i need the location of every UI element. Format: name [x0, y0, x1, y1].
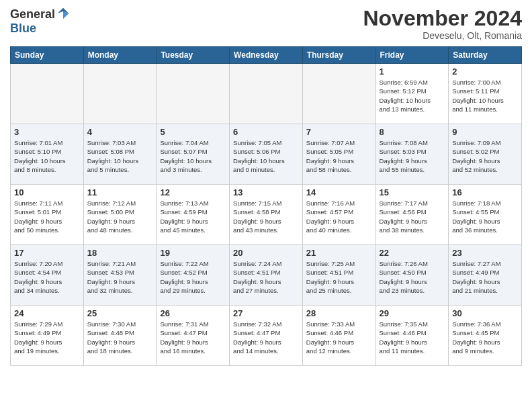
calendar-cell — [11, 64, 84, 124]
day-number: 17 — [14, 248, 80, 258]
day-info: Sunrise: 7:18 AM Sunset: 4:55 PM Dayligh… — [452, 199, 518, 234]
day-info: Sunrise: 7:05 AM Sunset: 5:06 PM Dayligh… — [233, 138, 299, 174]
header-friday: Friday — [375, 47, 449, 64]
location-subtitle: Deveselu, Olt, Romania — [363, 30, 522, 41]
day-info: Sunrise: 7:01 AM Sunset: 5:10 PM Dayligh… — [14, 138, 80, 174]
page-container: General Blue November 2024 Deveselu, Olt… — [0, 0, 532, 373]
day-info: Sunrise: 7:12 AM Sunset: 5:00 PM Dayligh… — [87, 199, 153, 234]
calendar-cell: 28Sunrise: 7:33 AM Sunset: 4:46 PM Dayli… — [302, 306, 375, 366]
logo-general: General — [10, 7, 55, 21]
day-number: 27 — [233, 308, 299, 318]
calendar-cell: 27Sunrise: 7:32 AM Sunset: 4:47 PM Dayli… — [230, 306, 303, 366]
day-info: Sunrise: 7:20 AM Sunset: 4:54 PM Dayligh… — [14, 259, 80, 295]
logo: General Blue — [10, 7, 70, 36]
day-number: 5 — [160, 127, 226, 137]
calendar-week-2: 3Sunrise: 7:01 AM Sunset: 5:10 PM Daylig… — [11, 124, 522, 185]
calendar-cell: 4Sunrise: 7:03 AM Sunset: 5:08 PM Daylig… — [83, 124, 157, 185]
day-number: 1 — [380, 66, 445, 77]
day-info: Sunrise: 7:32 AM Sunset: 4:47 PM Dayligh… — [233, 320, 299, 355]
day-number: 20 — [233, 248, 299, 258]
calendar-cell: 12Sunrise: 7:13 AM Sunset: 4:59 PM Dayli… — [157, 185, 230, 245]
calendar-cell: 13Sunrise: 7:15 AM Sunset: 4:58 PM Dayli… — [230, 185, 303, 245]
header-tuesday: Tuesday — [157, 47, 230, 64]
day-info: Sunrise: 7:33 AM Sunset: 4:46 PM Dayligh… — [306, 320, 372, 355]
day-number: 11 — [87, 187, 153, 197]
day-number: 12 — [160, 187, 226, 197]
day-number: 22 — [380, 248, 445, 258]
day-number: 13 — [233, 187, 299, 197]
calendar-cell: 5Sunrise: 7:04 AM Sunset: 5:07 PM Daylig… — [157, 124, 230, 185]
calendar-cell: 3Sunrise: 7:01 AM Sunset: 5:10 PM Daylig… — [11, 124, 84, 185]
day-info: Sunrise: 7:07 AM Sunset: 5:05 PM Dayligh… — [306, 138, 372, 174]
day-number: 10 — [14, 187, 80, 197]
calendar-cell: 17Sunrise: 7:20 AM Sunset: 4:54 PM Dayli… — [11, 245, 84, 306]
header-monday: Monday — [83, 47, 157, 64]
calendar-cell: 18Sunrise: 7:21 AM Sunset: 4:53 PM Dayli… — [83, 245, 157, 306]
day-info: Sunrise: 7:15 AM Sunset: 4:58 PM Dayligh… — [233, 199, 299, 234]
day-number: 30 — [452, 308, 518, 318]
svg-marker-1 — [63, 11, 69, 19]
calendar-week-1: 1Sunrise: 6:59 AM Sunset: 5:12 PM Daylig… — [11, 64, 522, 124]
logo-text: General — [10, 7, 70, 21]
day-info: Sunrise: 7:24 AM Sunset: 4:51 PM Dayligh… — [233, 259, 299, 295]
calendar-header-row: Sunday Monday Tuesday Wednesday Thursday… — [11, 47, 522, 64]
day-info: Sunrise: 7:35 AM Sunset: 4:46 PM Dayligh… — [380, 320, 445, 355]
month-title: November 2024 — [363, 7, 522, 30]
day-info: Sunrise: 7:22 AM Sunset: 4:52 PM Dayligh… — [160, 259, 226, 295]
calendar-cell — [157, 64, 230, 124]
calendar-week-3: 10Sunrise: 7:11 AM Sunset: 5:01 PM Dayli… — [11, 185, 522, 245]
day-number: 7 — [306, 127, 372, 137]
day-info: Sunrise: 7:11 AM Sunset: 5:01 PM Dayligh… — [14, 199, 80, 234]
day-number: 26 — [160, 308, 226, 318]
day-number: 8 — [380, 127, 445, 137]
day-number: 15 — [380, 187, 445, 197]
day-number: 16 — [452, 187, 518, 197]
calendar-week-4: 17Sunrise: 7:20 AM Sunset: 4:54 PM Dayli… — [11, 245, 522, 306]
day-info: Sunrise: 7:25 AM Sunset: 4:51 PM Dayligh… — [306, 259, 372, 295]
calendar-cell: 1Sunrise: 6:59 AM Sunset: 5:12 PM Daylig… — [375, 64, 449, 124]
day-info: Sunrise: 7:16 AM Sunset: 4:57 PM Dayligh… — [306, 199, 372, 234]
day-number: 25 — [87, 308, 153, 318]
calendar-cell: 21Sunrise: 7:25 AM Sunset: 4:51 PM Dayli… — [302, 245, 375, 306]
calendar-cell: 2Sunrise: 7:00 AM Sunset: 5:11 PM Daylig… — [449, 64, 522, 124]
calendar-cell: 11Sunrise: 7:12 AM Sunset: 5:00 PM Dayli… — [83, 185, 157, 245]
day-number: 24 — [14, 308, 80, 318]
day-info: Sunrise: 7:26 AM Sunset: 4:50 PM Dayligh… — [380, 259, 445, 295]
logo-icon — [56, 7, 70, 20]
day-info: Sunrise: 7:09 AM Sunset: 5:02 PM Dayligh… — [452, 138, 518, 174]
title-block: November 2024 Deveselu, Olt, Romania — [363, 7, 522, 41]
calendar-cell: 30Sunrise: 7:36 AM Sunset: 4:45 PM Dayli… — [449, 306, 522, 366]
day-info: Sunrise: 7:29 AM Sunset: 4:49 PM Dayligh… — [14, 320, 80, 355]
day-info: Sunrise: 7:03 AM Sunset: 5:08 PM Dayligh… — [87, 138, 153, 174]
page-header: General Blue November 2024 Deveselu, Olt… — [10, 7, 522, 41]
calendar-table: Sunday Monday Tuesday Wednesday Thursday… — [10, 46, 522, 366]
calendar-cell: 29Sunrise: 7:35 AM Sunset: 4:46 PM Dayli… — [375, 306, 449, 366]
header-thursday: Thursday — [302, 47, 375, 64]
day-info: Sunrise: 7:31 AM Sunset: 4:47 PM Dayligh… — [160, 320, 226, 355]
calendar-cell: 25Sunrise: 7:30 AM Sunset: 4:48 PM Dayli… — [83, 306, 157, 366]
day-number: 3 — [14, 127, 80, 137]
day-number: 29 — [380, 308, 445, 318]
calendar-cell: 20Sunrise: 7:24 AM Sunset: 4:51 PM Dayli… — [230, 245, 303, 306]
logo-blue-text: Blue — [10, 21, 36, 36]
day-info: Sunrise: 7:08 AM Sunset: 5:03 PM Dayligh… — [380, 138, 445, 174]
calendar-cell — [302, 64, 375, 124]
day-number: 14 — [306, 187, 372, 197]
calendar-cell: 24Sunrise: 7:29 AM Sunset: 4:49 PM Dayli… — [11, 306, 84, 366]
day-info: Sunrise: 7:30 AM Sunset: 4:48 PM Dayligh… — [87, 320, 153, 355]
calendar-cell — [230, 64, 303, 124]
calendar-cell: 9Sunrise: 7:09 AM Sunset: 5:02 PM Daylig… — [449, 124, 522, 185]
calendar-cell: 22Sunrise: 7:26 AM Sunset: 4:50 PM Dayli… — [375, 245, 449, 306]
day-info: Sunrise: 7:21 AM Sunset: 4:53 PM Dayligh… — [87, 259, 153, 295]
day-info: Sunrise: 7:36 AM Sunset: 4:45 PM Dayligh… — [452, 320, 518, 355]
calendar-cell: 8Sunrise: 7:08 AM Sunset: 5:03 PM Daylig… — [375, 124, 449, 185]
day-number: 9 — [452, 127, 518, 137]
calendar-cell: 7Sunrise: 7:07 AM Sunset: 5:05 PM Daylig… — [302, 124, 375, 185]
day-number: 6 — [233, 127, 299, 137]
day-info: Sunrise: 7:04 AM Sunset: 5:07 PM Dayligh… — [160, 138, 226, 174]
header-sunday: Sunday — [11, 47, 84, 64]
day-info: Sunrise: 7:00 AM Sunset: 5:11 PM Dayligh… — [452, 78, 518, 113]
day-number: 2 — [452, 66, 518, 77]
day-number: 23 — [452, 248, 518, 258]
day-info: Sunrise: 6:59 AM Sunset: 5:12 PM Dayligh… — [380, 78, 445, 113]
